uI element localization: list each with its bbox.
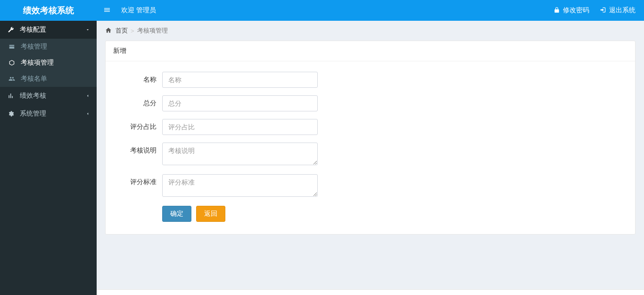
sidebar-item-label: 系统管理: [20, 110, 46, 118]
logout-label: 退出系统: [609, 6, 636, 15]
form-row-name: 名称: [115, 72, 626, 88]
sidebar-item-label: 考核配置: [20, 25, 46, 34]
panel-title: 新增: [106, 41, 635, 61]
logout-icon: [600, 7, 609, 15]
cube-icon: [8, 59, 18, 66]
sidebar-toggle-button[interactable]: [97, 6, 117, 15]
sidebar: 考核配置 考核管理 考核项管理 考核名单: [0, 21, 97, 295]
chevron-left-icon: [85, 110, 90, 118]
wrench-icon: [8, 26, 17, 33]
sidebar-item-label: 绩效考核: [20, 92, 46, 100]
input-total-score[interactable]: [162, 95, 318, 111]
textarea-description[interactable]: [162, 143, 318, 165]
label-name: 名称: [115, 72, 162, 84]
form-row-score-ratio: 评分占比: [115, 119, 626, 135]
sidebar-item-assessment-config[interactable]: 考核配置: [0, 21, 97, 39]
label-score-ratio: 评分占比: [115, 119, 162, 131]
menu-icon: [103, 6, 111, 15]
topbar-right: 修改密码 退出系统: [543, 6, 644, 15]
form-row-description: 考核说明: [115, 143, 626, 167]
breadcrumb-home[interactable]: 首页: [116, 26, 128, 35]
submit-button[interactable]: 确定: [162, 206, 191, 222]
sidebar-item-performance[interactable]: 绩效考核: [0, 87, 97, 105]
gear-icon: [8, 110, 17, 117]
welcome-text: 欢迎 管理员: [121, 6, 156, 15]
label-description: 考核说明: [115, 143, 162, 155]
sidebar-item-system-manage[interactable]: 系统管理: [0, 105, 97, 123]
form-row-total-score: 总分: [115, 95, 626, 111]
logout-link[interactable]: 退出系统: [600, 6, 636, 15]
back-button[interactable]: 返回: [196, 206, 225, 222]
label-criteria: 评分标准: [115, 174, 162, 186]
sidebar-item-assessment-item-manage[interactable]: 考核项管理: [0, 55, 97, 71]
topbar: 绩效考核系统 欢迎 管理员 修改密码 退出系统: [0, 0, 644, 21]
chevron-left-icon: [85, 92, 90, 100]
panel-body: 名称 总分 评分占比: [106, 61, 635, 234]
input-name[interactable]: [162, 72, 318, 88]
textarea-criteria[interactable]: [162, 174, 318, 197]
footer: [97, 289, 644, 295]
sidebar-item-assessment-roster[interactable]: 考核名单: [0, 71, 97, 87]
form-row-criteria: 评分标准: [115, 174, 626, 198]
sidebar-item-label: 考核管理: [21, 42, 47, 51]
breadcrumb: 首页 > 考核项管理: [97, 21, 644, 41]
form-panel: 新增 名称 总分 评分占比: [105, 41, 636, 235]
sidebar-item-label: 考核项管理: [21, 59, 54, 67]
breadcrumb-current: 考核项管理: [137, 26, 168, 35]
bar-chart-icon: [8, 93, 17, 99]
label-total-score: 总分: [115, 95, 162, 108]
home-icon: [105, 27, 116, 35]
change-password-link[interactable]: 修改密码: [553, 6, 589, 15]
content-area: 首页 > 考核项管理 新增 名称 总分: [97, 21, 644, 295]
chevron-down-icon: [85, 26, 90, 34]
input-score-ratio[interactable]: [162, 119, 318, 135]
users-icon: [8, 76, 18, 82]
breadcrumb-separator: >: [131, 27, 134, 34]
change-password-label: 修改密码: [563, 6, 589, 15]
form-actions: 确定 返回: [162, 206, 626, 222]
sidebar-item-label: 考核名单: [21, 75, 47, 83]
app-title: 绩效考核系统: [23, 6, 74, 15]
lock-icon: [553, 7, 563, 15]
card-icon: [8, 43, 18, 50]
sidebar-item-assessment-manage[interactable]: 考核管理: [0, 39, 97, 55]
app-logo: 绩效考核系统: [0, 0, 97, 21]
sidebar-submenu-assessment-config: 考核管理 考核项管理 考核名单: [0, 39, 97, 87]
